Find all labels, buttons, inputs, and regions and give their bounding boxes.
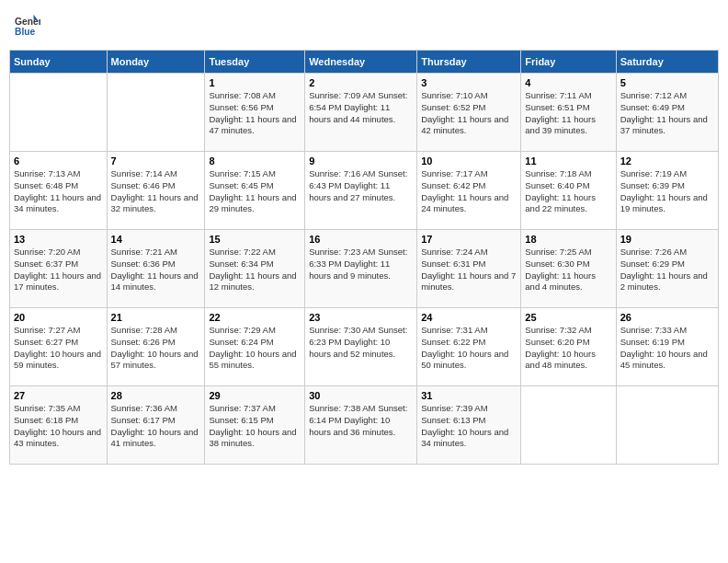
calendar-cell: 23Sunrise: 7:30 AM Sunset: 6:23 PM Dayli… xyxy=(305,308,417,386)
day-info: Sunrise: 7:37 AM Sunset: 6:15 PM Dayligh… xyxy=(209,403,301,450)
calendar-cell: 19Sunrise: 7:26 AM Sunset: 6:29 PM Dayli… xyxy=(616,230,718,308)
calendar-cell: 2Sunrise: 7:09 AM Sunset: 6:54 PM Daylig… xyxy=(305,74,417,152)
day-number: 18 xyxy=(525,234,611,245)
col-header-wednesday: Wednesday xyxy=(305,51,417,74)
calendar-cell: 10Sunrise: 7:17 AM Sunset: 6:42 PM Dayli… xyxy=(417,152,521,230)
calendar-cell: 5Sunrise: 7:12 AM Sunset: 6:49 PM Daylig… xyxy=(616,74,718,152)
day-info: Sunrise: 7:08 AM Sunset: 6:56 PM Dayligh… xyxy=(209,90,301,137)
day-number: 24 xyxy=(421,312,517,323)
day-number: 14 xyxy=(111,234,201,245)
day-info: Sunrise: 7:32 AM Sunset: 6:20 PM Dayligh… xyxy=(525,325,611,372)
col-header-saturday: Saturday xyxy=(616,51,718,74)
calendar-cell: 26Sunrise: 7:33 AM Sunset: 6:19 PM Dayli… xyxy=(616,308,718,386)
calendar-cell: 30Sunrise: 7:38 AM Sunset: 6:14 PM Dayli… xyxy=(305,386,417,465)
day-info: Sunrise: 7:28 AM Sunset: 6:26 PM Dayligh… xyxy=(111,325,201,372)
day-number: 15 xyxy=(209,234,301,245)
calendar-cell: 20Sunrise: 7:27 AM Sunset: 6:27 PM Dayli… xyxy=(10,308,108,386)
day-number: 29 xyxy=(209,390,301,401)
calendar-cell: 22Sunrise: 7:29 AM Sunset: 6:24 PM Dayli… xyxy=(205,308,305,386)
calendar-cell xyxy=(521,386,616,465)
day-number: 9 xyxy=(309,155,413,167)
calendar-cell: 12Sunrise: 7:19 AM Sunset: 6:39 PM Dayli… xyxy=(616,152,718,230)
day-info: Sunrise: 7:19 AM Sunset: 6:39 PM Dayligh… xyxy=(620,168,714,215)
calendar-cell: 14Sunrise: 7:21 AM Sunset: 6:36 PM Dayli… xyxy=(107,230,205,308)
day-info: Sunrise: 7:29 AM Sunset: 6:24 PM Dayligh… xyxy=(209,325,301,372)
calendar-cell: 7Sunrise: 7:14 AM Sunset: 6:46 PM Daylig… xyxy=(107,152,205,230)
day-number: 12 xyxy=(620,155,714,167)
day-info: Sunrise: 7:38 AM Sunset: 6:14 PM Dayligh… xyxy=(309,403,413,438)
day-number: 13 xyxy=(14,234,103,245)
calendar-cell: 8Sunrise: 7:15 AM Sunset: 6:45 PM Daylig… xyxy=(205,152,305,230)
calendar-cell: 21Sunrise: 7:28 AM Sunset: 6:26 PM Dayli… xyxy=(107,308,205,386)
calendar-cell: 15Sunrise: 7:22 AM Sunset: 6:34 PM Dayli… xyxy=(205,230,305,308)
day-info: Sunrise: 7:33 AM Sunset: 6:19 PM Dayligh… xyxy=(620,325,714,372)
calendar-cell: 27Sunrise: 7:35 AM Sunset: 6:18 PM Dayli… xyxy=(10,386,108,465)
calendar-cell: 9Sunrise: 7:16 AM Sunset: 6:43 PM Daylig… xyxy=(305,152,417,230)
day-info: Sunrise: 7:20 AM Sunset: 6:37 PM Dayligh… xyxy=(14,247,103,293)
day-info: Sunrise: 7:13 AM Sunset: 6:48 PM Dayligh… xyxy=(14,168,103,215)
day-number: 22 xyxy=(209,312,301,323)
day-info: Sunrise: 7:22 AM Sunset: 6:34 PM Dayligh… xyxy=(209,247,301,293)
day-info: Sunrise: 7:12 AM Sunset: 6:49 PM Dayligh… xyxy=(620,90,714,137)
day-info: Sunrise: 7:21 AM Sunset: 6:36 PM Dayligh… xyxy=(111,247,201,293)
day-number: 6 xyxy=(14,155,103,167)
day-number: 7 xyxy=(111,155,201,167)
calendar-cell: 1Sunrise: 7:08 AM Sunset: 6:56 PM Daylig… xyxy=(205,74,305,152)
day-number: 16 xyxy=(309,234,413,245)
logo-icon: General Blue xyxy=(15,13,40,39)
calendar-cell: 18Sunrise: 7:25 AM Sunset: 6:30 PM Dayli… xyxy=(521,230,616,308)
day-number: 31 xyxy=(421,390,517,401)
calendar-cell: 24Sunrise: 7:31 AM Sunset: 6:22 PM Dayli… xyxy=(417,308,521,386)
day-info: Sunrise: 7:11 AM Sunset: 6:51 PM Dayligh… xyxy=(525,90,611,137)
day-info: Sunrise: 7:30 AM Sunset: 6:23 PM Dayligh… xyxy=(309,325,413,360)
day-info: Sunrise: 7:09 AM Sunset: 6:54 PM Dayligh… xyxy=(309,90,413,125)
calendar-cell: 3Sunrise: 7:10 AM Sunset: 6:52 PM Daylig… xyxy=(417,74,521,152)
day-number: 11 xyxy=(525,155,611,167)
calendar-cell: 28Sunrise: 7:36 AM Sunset: 6:17 PM Dayli… xyxy=(107,386,205,465)
calendar-cell: 25Sunrise: 7:32 AM Sunset: 6:20 PM Dayli… xyxy=(521,308,616,386)
calendar-cell xyxy=(107,74,205,152)
col-header-thursday: Thursday xyxy=(417,51,521,74)
calendar-cell: 17Sunrise: 7:24 AM Sunset: 6:31 PM Dayli… xyxy=(417,230,521,308)
day-number: 1 xyxy=(209,77,301,88)
day-info: Sunrise: 7:35 AM Sunset: 6:18 PM Dayligh… xyxy=(14,403,103,450)
day-info: Sunrise: 7:17 AM Sunset: 6:42 PM Dayligh… xyxy=(421,168,517,215)
day-number: 26 xyxy=(620,312,714,323)
day-number: 17 xyxy=(421,234,517,245)
svg-text:General: General xyxy=(15,17,40,27)
calendar-cell xyxy=(616,386,718,465)
col-header-friday: Friday xyxy=(521,51,616,74)
day-number: 10 xyxy=(421,155,517,167)
day-number: 4 xyxy=(525,77,611,88)
page-header: General Blue xyxy=(9,9,719,42)
logo: General Blue xyxy=(15,13,40,39)
day-number: 20 xyxy=(14,312,103,323)
day-number: 23 xyxy=(309,312,413,323)
day-info: Sunrise: 7:27 AM Sunset: 6:27 PM Dayligh… xyxy=(14,325,103,372)
calendar-cell: 13Sunrise: 7:20 AM Sunset: 6:37 PM Dayli… xyxy=(10,230,108,308)
day-info: Sunrise: 7:14 AM Sunset: 6:46 PM Dayligh… xyxy=(111,168,201,215)
calendar-cell: 31Sunrise: 7:39 AM Sunset: 6:13 PM Dayli… xyxy=(417,386,521,465)
calendar-cell: 29Sunrise: 7:37 AM Sunset: 6:15 PM Dayli… xyxy=(205,386,305,465)
day-number: 28 xyxy=(111,390,201,401)
day-number: 25 xyxy=(525,312,611,323)
day-number: 27 xyxy=(14,390,103,401)
day-info: Sunrise: 7:31 AM Sunset: 6:22 PM Dayligh… xyxy=(421,325,517,372)
calendar-cell: 4Sunrise: 7:11 AM Sunset: 6:51 PM Daylig… xyxy=(521,74,616,152)
day-info: Sunrise: 7:18 AM Sunset: 6:40 PM Dayligh… xyxy=(525,168,611,215)
calendar-cell: 16Sunrise: 7:23 AM Sunset: 6:33 PM Dayli… xyxy=(305,230,417,308)
calendar-cell: 11Sunrise: 7:18 AM Sunset: 6:40 PM Dayli… xyxy=(521,152,616,230)
calendar-table: SundayMondayTuesdayWednesdayThursdayFrid… xyxy=(9,50,719,465)
svg-text:Blue: Blue xyxy=(15,27,36,37)
day-info: Sunrise: 7:24 AM Sunset: 6:31 PM Dayligh… xyxy=(421,247,517,293)
day-info: Sunrise: 7:16 AM Sunset: 6:43 PM Dayligh… xyxy=(309,168,413,203)
col-header-tuesday: Tuesday xyxy=(205,51,305,74)
day-info: Sunrise: 7:23 AM Sunset: 6:33 PM Dayligh… xyxy=(309,247,413,282)
day-number: 5 xyxy=(620,77,714,88)
day-number: 2 xyxy=(309,77,413,88)
day-info: Sunrise: 7:39 AM Sunset: 6:13 PM Dayligh… xyxy=(421,403,517,450)
day-number: 8 xyxy=(209,155,301,167)
day-number: 21 xyxy=(111,312,201,323)
day-number: 19 xyxy=(620,234,714,245)
calendar-cell: 6Sunrise: 7:13 AM Sunset: 6:48 PM Daylig… xyxy=(10,152,108,230)
